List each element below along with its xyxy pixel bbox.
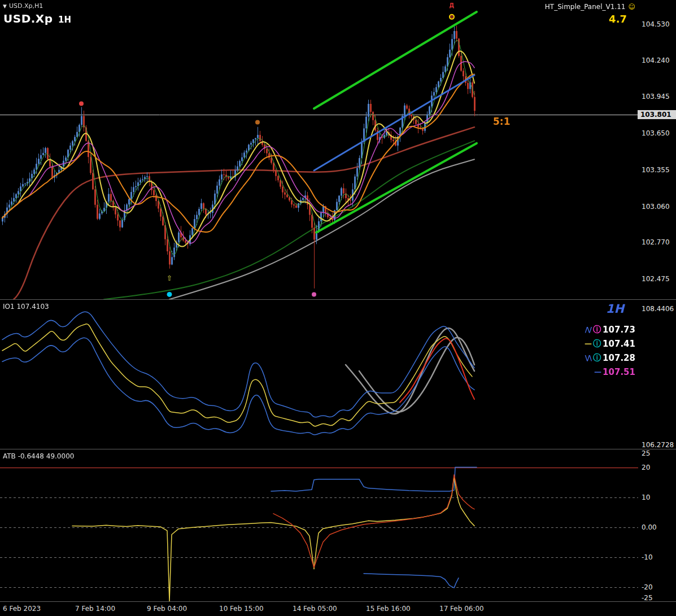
axis-tick: 103.060 bbox=[642, 203, 670, 211]
chart-title-bar: ▼ USD.Xp,H1 bbox=[3, 2, 43, 10]
current-price-tag: 103.801 bbox=[638, 110, 676, 119]
info-icon[interactable]: ⓘ bbox=[593, 325, 601, 335]
symbol-period-label: USD.Xp,H1 bbox=[9, 2, 43, 10]
io1-indicator-label: IO1 107.4103 bbox=[3, 303, 49, 311]
axis-tick: -20 bbox=[642, 583, 653, 591]
axis-tick: 103.945 bbox=[642, 93, 670, 101]
axis-tick: 104.240 bbox=[642, 56, 670, 64]
axis-tick: 104.530 bbox=[642, 20, 670, 28]
smiley-icon[interactable]: ☺ bbox=[628, 3, 635, 11]
risk-ratio-label: 5:1 bbox=[493, 116, 510, 127]
info-icon[interactable]: ⓘ bbox=[593, 339, 601, 349]
io1-legend-value: 107.28 bbox=[603, 353, 635, 363]
axis-tick: -25 bbox=[642, 594, 653, 602]
dash-icon: — bbox=[594, 368, 601, 376]
axis-tick: 0.00 bbox=[642, 523, 657, 531]
panel-title: HT_Simple_Panel_V1.11 bbox=[545, 3, 626, 11]
io1-timeframe-label: 1H bbox=[606, 302, 624, 316]
time-axis-label: 6 Feb 2023 bbox=[3, 605, 41, 613]
io1-legend-value: 107.51 bbox=[603, 367, 635, 377]
timeframe-label: 1H bbox=[58, 15, 71, 25]
zigzag-down-icon: \/\ bbox=[585, 353, 591, 362]
axis-tick: 102.770 bbox=[642, 238, 670, 246]
price-axis-column[interactable]: 104.530104.240103.945103.650103.355103.0… bbox=[638, 0, 676, 601]
time-axis-label: 7 Feb 14:00 bbox=[75, 605, 115, 613]
io1-legend-value: 107.41 bbox=[603, 339, 635, 349]
time-axis-label: 10 Feb 15:00 bbox=[219, 605, 264, 613]
panel-divider[interactable] bbox=[0, 299, 676, 300]
atb-indicator-label: ATB -0.6448 49.0000 bbox=[3, 452, 74, 460]
io1-indicator-chart[interactable] bbox=[0, 300, 638, 449]
axis-tick: 10 bbox=[642, 493, 650, 501]
axis-tick: 102.475 bbox=[642, 275, 670, 283]
io1-legend-row: — 107.51 bbox=[585, 365, 635, 379]
info-icon[interactable]: ⓘ bbox=[593, 353, 601, 363]
time-axis-label: 9 Feb 04:00 bbox=[147, 605, 187, 613]
panel-title-bar: HT_Simple_Panel_V1.11 ☺ bbox=[545, 3, 635, 11]
time-axis[interactable]: 6 Feb 20237 Feb 14:009 Feb 04:0010 Feb 1… bbox=[0, 602, 676, 616]
time-axis-label: 14 Feb 05:00 bbox=[293, 605, 337, 613]
dash-icon: — bbox=[585, 339, 591, 348]
zigzag-up-icon: /\/ bbox=[585, 325, 591, 334]
symbol-title: USD.Xp bbox=[3, 12, 53, 25]
io1-legend-value: 107.73 bbox=[603, 325, 635, 335]
chart-window: ▼ USD.Xp,H1 USD.Xp 1H HT_Simple_Panel_V1… bbox=[0, 0, 676, 616]
io1-legend-row: /\/ ⓘ 107.73 bbox=[585, 322, 635, 337]
axis-tick: 108.4406 bbox=[642, 305, 674, 313]
axis-tick: 25 bbox=[642, 449, 650, 457]
atb-indicator-chart[interactable] bbox=[0, 449, 638, 601]
rating-value: 4.7 bbox=[609, 13, 627, 25]
io1-legend: /\/ ⓘ 107.73 — ⓘ 107.41 \/\ ⓘ 107.28 — 1… bbox=[585, 322, 635, 379]
axis-tick: 20 bbox=[642, 464, 650, 471]
symbol-dropdown-arrow-icon[interactable]: ▼ bbox=[3, 3, 7, 9]
panel-divider[interactable] bbox=[0, 449, 676, 449]
io1-legend-row: \/\ ⓘ 107.28 bbox=[585, 351, 635, 365]
main-price-chart[interactable] bbox=[0, 0, 638, 299]
time-axis-label: 17 Feb 06:00 bbox=[439, 605, 484, 613]
axis-tick: 106.2728 bbox=[642, 441, 674, 449]
axis-tick: -10 bbox=[642, 553, 653, 561]
axis-tick: 103.650 bbox=[642, 129, 670, 137]
time-axis-label: 15 Feb 16:00 bbox=[366, 605, 411, 613]
io1-legend-row: — ⓘ 107.41 bbox=[585, 337, 635, 351]
axis-tick: 103.355 bbox=[642, 166, 670, 174]
